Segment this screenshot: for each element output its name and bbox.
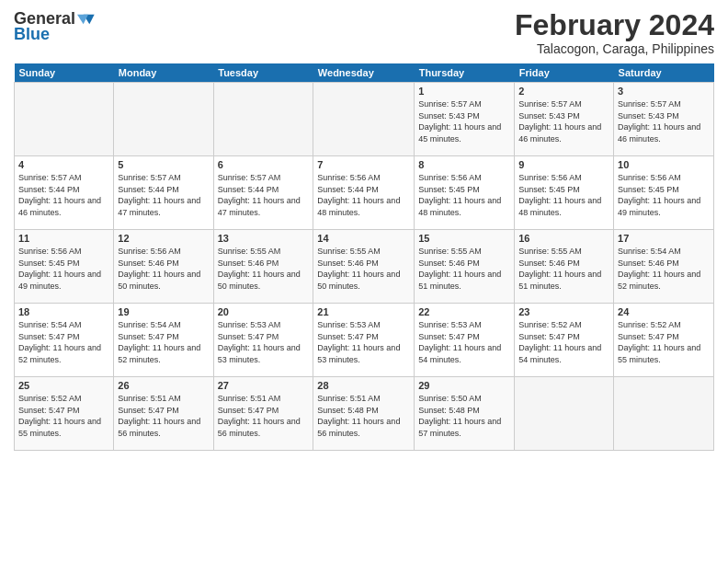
calendar-cell: 18Sunrise: 5:54 AM Sunset: 5:47 PM Dayli… — [15, 304, 114, 377]
day-info: Sunrise: 5:52 AM Sunset: 5:47 PM Dayligh… — [618, 319, 710, 365]
calendar-cell: 14Sunrise: 5:55 AM Sunset: 5:46 PM Dayli… — [313, 230, 415, 304]
page: General Blue February 2024 Talacogon, Ca… — [0, 0, 728, 563]
calendar-cell: 2Sunrise: 5:57 AM Sunset: 5:43 PM Daylig… — [515, 83, 614, 156]
day-number: 26 — [118, 380, 209, 391]
calendar-cell: 22Sunrise: 5:53 AM Sunset: 5:47 PM Dayli… — [415, 304, 515, 377]
day-number: 3 — [618, 86, 710, 97]
day-info: Sunrise: 5:53 AM Sunset: 5:47 PM Dayligh… — [418, 319, 510, 365]
col-friday: Friday — [515, 63, 614, 83]
day-info: Sunrise: 5:50 AM Sunset: 5:48 PM Dayligh… — [418, 393, 510, 439]
day-info: Sunrise: 5:51 AM Sunset: 5:48 PM Dayligh… — [317, 393, 410, 439]
day-number: 12 — [118, 233, 209, 244]
day-info: Sunrise: 5:57 AM Sunset: 5:44 PM Dayligh… — [118, 172, 209, 218]
day-number: 27 — [218, 380, 310, 391]
calendar-cell: 21Sunrise: 5:53 AM Sunset: 5:47 PM Dayli… — [313, 304, 415, 377]
day-number: 1 — [418, 86, 510, 97]
day-info: Sunrise: 5:52 AM Sunset: 5:47 PM Dayligh… — [18, 393, 109, 439]
calendar-cell: 28Sunrise: 5:51 AM Sunset: 5:48 PM Dayli… — [313, 377, 415, 451]
day-info: Sunrise: 5:54 AM Sunset: 5:46 PM Dayligh… — [618, 246, 710, 292]
logo: General Blue — [14, 9, 96, 44]
calendar-cell: 16Sunrise: 5:55 AM Sunset: 5:46 PM Dayli… — [515, 230, 614, 304]
day-info: Sunrise: 5:53 AM Sunset: 5:47 PM Dayligh… — [218, 319, 310, 365]
logo-blue-text: Blue — [14, 25, 50, 44]
day-info: Sunrise: 5:57 AM Sunset: 5:43 PM Dayligh… — [518, 98, 609, 144]
calendar-week-0: 1Sunrise: 5:57 AM Sunset: 5:43 PM Daylig… — [15, 83, 714, 156]
calendar-week-4: 25Sunrise: 5:52 AM Sunset: 5:47 PM Dayli… — [15, 377, 714, 451]
day-info: Sunrise: 5:57 AM Sunset: 5:44 PM Dayligh… — [18, 172, 109, 218]
day-number: 4 — [18, 159, 109, 170]
day-number: 18 — [18, 306, 109, 317]
calendar-cell — [515, 377, 614, 451]
day-info: Sunrise: 5:55 AM Sunset: 5:46 PM Dayligh… — [317, 246, 410, 292]
day-info: Sunrise: 5:51 AM Sunset: 5:47 PM Dayligh… — [218, 393, 310, 439]
calendar-cell: 4Sunrise: 5:57 AM Sunset: 5:44 PM Daylig… — [15, 156, 114, 230]
calendar-cell: 25Sunrise: 5:52 AM Sunset: 5:47 PM Dayli… — [15, 377, 114, 451]
calendar-cell — [114, 83, 213, 156]
day-number: 8 — [418, 159, 510, 170]
day-number: 22 — [418, 306, 510, 317]
day-number: 14 — [317, 233, 410, 244]
calendar-cell: 23Sunrise: 5:52 AM Sunset: 5:47 PM Dayli… — [515, 304, 614, 377]
calendar-cell: 9Sunrise: 5:56 AM Sunset: 5:45 PM Daylig… — [515, 156, 614, 230]
day-info: Sunrise: 5:54 AM Sunset: 5:47 PM Dayligh… — [18, 319, 109, 365]
calendar-cell: 29Sunrise: 5:50 AM Sunset: 5:48 PM Dayli… — [415, 377, 515, 451]
calendar-cell — [213, 83, 313, 156]
day-number: 28 — [317, 380, 410, 391]
day-info: Sunrise: 5:56 AM Sunset: 5:45 PM Dayligh… — [418, 172, 510, 218]
day-info: Sunrise: 5:55 AM Sunset: 5:46 PM Dayligh… — [418, 246, 510, 292]
col-wednesday: Wednesday — [313, 63, 415, 83]
calendar-cell: 19Sunrise: 5:54 AM Sunset: 5:47 PM Dayli… — [114, 304, 213, 377]
day-number: 11 — [18, 233, 109, 244]
day-number: 24 — [618, 306, 710, 317]
calendar-cell: 8Sunrise: 5:56 AM Sunset: 5:45 PM Daylig… — [415, 156, 515, 230]
calendar-cell: 26Sunrise: 5:51 AM Sunset: 5:47 PM Dayli… — [114, 377, 213, 451]
day-number: 15 — [418, 233, 510, 244]
header: General Blue February 2024 Talacogon, Ca… — [14, 9, 714, 56]
calendar-cell: 10Sunrise: 5:56 AM Sunset: 5:45 PM Dayli… — [614, 156, 714, 230]
calendar-week-3: 18Sunrise: 5:54 AM Sunset: 5:47 PM Dayli… — [15, 304, 714, 377]
day-number: 7 — [317, 159, 410, 170]
day-number: 10 — [618, 159, 710, 170]
day-info: Sunrise: 5:54 AM Sunset: 5:47 PM Dayligh… — [118, 319, 209, 365]
calendar-week-2: 11Sunrise: 5:56 AM Sunset: 5:45 PM Dayli… — [15, 230, 714, 304]
title-area: February 2024 Talacogon, Caraga, Philipp… — [515, 9, 714, 56]
day-info: Sunrise: 5:55 AM Sunset: 5:46 PM Dayligh… — [518, 246, 609, 292]
calendar-cell — [614, 377, 714, 451]
day-number: 2 — [518, 86, 609, 97]
calendar-cell: 13Sunrise: 5:55 AM Sunset: 5:46 PM Dayli… — [213, 230, 313, 304]
col-monday: Monday — [114, 63, 213, 83]
calendar-cell: 12Sunrise: 5:56 AM Sunset: 5:46 PM Dayli… — [114, 230, 213, 304]
calendar-cell: 1Sunrise: 5:57 AM Sunset: 5:43 PM Daylig… — [415, 83, 515, 156]
col-thursday: Thursday — [415, 63, 515, 83]
day-info: Sunrise: 5:57 AM Sunset: 5:43 PM Dayligh… — [418, 98, 510, 144]
col-tuesday: Tuesday — [213, 63, 313, 83]
day-number: 9 — [518, 159, 609, 170]
day-number: 19 — [118, 306, 209, 317]
day-info: Sunrise: 5:57 AM Sunset: 5:43 PM Dayligh… — [618, 98, 710, 144]
calendar-cell: 17Sunrise: 5:54 AM Sunset: 5:46 PM Dayli… — [614, 230, 714, 304]
day-info: Sunrise: 5:56 AM Sunset: 5:46 PM Dayligh… — [118, 246, 209, 292]
day-number: 20 — [218, 306, 310, 317]
calendar-cell: 24Sunrise: 5:52 AM Sunset: 5:47 PM Dayli… — [614, 304, 714, 377]
month-title: February 2024 — [515, 9, 714, 41]
day-number: 16 — [518, 233, 609, 244]
day-info: Sunrise: 5:52 AM Sunset: 5:47 PM Dayligh… — [518, 319, 609, 365]
col-saturday: Saturday — [614, 63, 714, 83]
calendar-cell: 27Sunrise: 5:51 AM Sunset: 5:47 PM Dayli… — [213, 377, 313, 451]
day-info: Sunrise: 5:56 AM Sunset: 5:45 PM Dayligh… — [18, 246, 109, 292]
day-info: Sunrise: 5:51 AM Sunset: 5:47 PM Dayligh… — [118, 393, 209, 439]
day-number: 29 — [418, 380, 510, 391]
calendar-cell: 3Sunrise: 5:57 AM Sunset: 5:43 PM Daylig… — [614, 83, 714, 156]
day-number: 23 — [518, 306, 609, 317]
header-row: Sunday Monday Tuesday Wednesday Thursday… — [15, 63, 714, 83]
day-info: Sunrise: 5:53 AM Sunset: 5:47 PM Dayligh… — [317, 319, 410, 365]
calendar-table: Sunday Monday Tuesday Wednesday Thursday… — [14, 63, 714, 451]
calendar-cell: 20Sunrise: 5:53 AM Sunset: 5:47 PM Dayli… — [213, 304, 313, 377]
calendar-cell: 7Sunrise: 5:56 AM Sunset: 5:44 PM Daylig… — [313, 156, 415, 230]
day-number: 6 — [218, 159, 310, 170]
calendar-cell: 15Sunrise: 5:55 AM Sunset: 5:46 PM Dayli… — [415, 230, 515, 304]
calendar-cell: 6Sunrise: 5:57 AM Sunset: 5:44 PM Daylig… — [213, 156, 313, 230]
calendar-cell: 11Sunrise: 5:56 AM Sunset: 5:45 PM Dayli… — [15, 230, 114, 304]
calendar-cell: 5Sunrise: 5:57 AM Sunset: 5:44 PM Daylig… — [114, 156, 213, 230]
calendar-cell — [313, 83, 415, 156]
